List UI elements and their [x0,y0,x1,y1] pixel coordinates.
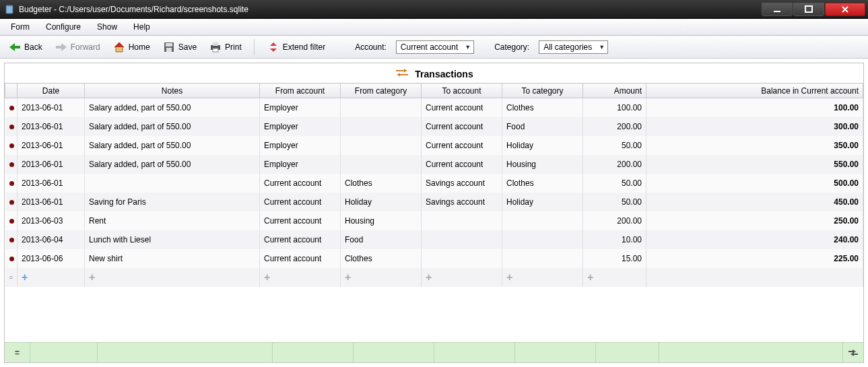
cell-to-account[interactable] [422,230,502,249]
cell-to-category[interactable] [502,249,583,268]
cell-date[interactable]: 2013-06-01 [18,193,85,211]
cell-from-account[interactable]: Current account [260,174,341,193]
cell-date[interactable]: 2013-06-01 [18,98,85,117]
account-select[interactable]: Current account ▼ [396,40,474,54]
add-date[interactable]: + [18,268,85,287]
maximize-button[interactable] [793,3,824,16]
col-date[interactable]: Date [18,84,85,98]
cell-to-account[interactable]: Current account [422,117,502,136]
cell-from-account[interactable]: Current account [260,193,341,211]
cell-from-category[interactable]: Clothes [341,249,422,268]
cell-from-category[interactable] [341,117,422,136]
col-bullet[interactable] [5,84,18,98]
menu-form[interactable]: Form [4,20,36,34]
cell-from-account[interactable]: Current account [260,230,341,249]
cell-amount[interactable]: 200.00 [583,155,646,174]
home-button[interactable]: Home [110,39,153,55]
cell-date[interactable]: 2013-06-04 [18,230,85,249]
table-row[interactable]: 2013-06-01Salary added, part of 550.00Em… [5,136,863,155]
cell-from-category[interactable] [341,136,422,155]
cell-from-account[interactable]: Employer [260,136,341,155]
cell-from-category[interactable] [341,155,422,174]
cell-date[interactable]: 2013-06-01 [18,155,85,174]
cell-from-account[interactable]: Employer [260,117,341,136]
table-row[interactable]: 2013-06-01Salary added, part of 550.00Em… [5,155,863,174]
cell-from-account[interactable]: Employer [260,98,341,117]
cell-amount[interactable]: 50.00 [583,174,646,193]
add-notes[interactable]: + [85,268,260,287]
category-select[interactable]: All categories ▼ [539,40,608,54]
col-to-account[interactable]: To account [422,84,502,98]
col-balance[interactable]: Balance in Current account [646,84,863,98]
forward-button[interactable]: Forward [52,39,103,55]
cell-from-account[interactable]: Current account [260,211,341,230]
cell-to-category[interactable]: Clothes [502,174,583,193]
add-row[interactable]: ◦+++++++ [5,268,863,287]
cell-to-category[interactable] [502,230,583,249]
table-row[interactable]: 2013-06-01Salary added, part of 550.00Em… [5,98,863,117]
cell-amount[interactable]: 200.00 [583,117,646,136]
minimize-button[interactable] [762,3,793,16]
cell-to-category[interactable]: Holiday [502,136,583,155]
save-button[interactable]: Save [160,39,199,55]
cell-notes[interactable] [85,174,260,193]
cell-amount[interactable]: 200.00 [583,211,646,230]
cell-amount[interactable]: 50.00 [583,136,646,155]
cell-to-account[interactable]: Current account [422,98,502,117]
back-button[interactable]: Back [5,39,45,55]
cell-from-category[interactable]: Clothes [341,174,422,193]
print-button[interactable]: Print [206,39,244,55]
cell-to-category[interactable]: Housing [502,155,583,174]
cell-date[interactable]: 2013-06-01 [18,117,85,136]
cell-notes[interactable]: Lunch with Liesel [85,230,260,249]
col-from-category[interactable]: From category [341,84,422,98]
cell-amount[interactable]: 10.00 [583,230,646,249]
table-row[interactable]: 2013-06-04Lunch with LieselCurrent accou… [5,230,863,249]
cell-notes[interactable]: New shirt [85,249,260,268]
cell-date[interactable]: 2013-06-06 [18,249,85,268]
cell-notes[interactable]: Saving for Paris [85,193,260,211]
collapse-icon[interactable] [843,349,863,356]
cell-date[interactable]: 2013-06-01 [18,136,85,155]
cell-amount[interactable]: 100.00 [583,98,646,117]
table-row[interactable]: 2013-06-01Salary added, part of 550.00Em… [5,117,863,136]
cell-from-category[interactable]: Food [341,230,422,249]
cell-to-category[interactable] [502,211,583,230]
cell-from-category[interactable]: Holiday [341,193,422,211]
extend-filter-button[interactable]: Extend filter [264,39,328,55]
cell-to-account[interactable] [422,211,502,230]
cell-to-category[interactable]: Clothes [502,98,583,117]
menu-show[interactable]: Show [90,20,124,34]
table-row[interactable]: 2013-06-03RentCurrent accountHousing200.… [5,211,863,230]
cell-from-category[interactable]: Housing [341,211,422,230]
menu-configure[interactable]: Configure [39,20,88,34]
menu-help[interactable]: Help [127,20,157,34]
cell-to-account[interactable]: Current account [422,136,502,155]
add-from-cat[interactable]: + [341,268,422,287]
cell-notes[interactable]: Salary added, part of 550.00 [85,117,260,136]
table-row[interactable]: 2013-06-01Current accountClothesSavings … [5,174,863,193]
cell-from-account[interactable]: Current account [260,249,341,268]
cell-notes[interactable]: Salary added, part of 550.00 [85,155,260,174]
add-from-acc[interactable]: + [260,268,341,287]
cell-from-category[interactable] [341,98,422,117]
cell-notes[interactable]: Salary added, part of 550.00 [85,136,260,155]
col-from-account[interactable]: From account [260,84,341,98]
cell-to-account[interactable]: Savings account [422,193,502,211]
col-to-category[interactable]: To category [502,84,583,98]
table-row[interactable]: 2013-06-01Saving for ParisCurrent accoun… [5,193,863,211]
cell-amount[interactable]: 15.00 [583,249,646,268]
add-to-acc[interactable]: + [422,268,502,287]
cell-to-account[interactable]: Savings account [422,174,502,193]
cell-to-account[interactable]: Current account [422,155,502,174]
col-amount[interactable]: Amount [583,84,646,98]
cell-to-category[interactable]: Food [502,117,583,136]
add-amount[interactable]: + [583,268,646,287]
add-to-cat[interactable]: + [502,268,583,287]
table-row[interactable]: 2013-06-06New shirtCurrent accountClothe… [5,249,863,268]
col-notes[interactable]: Notes [85,84,260,98]
cell-to-account[interactable] [422,249,502,268]
cell-from-account[interactable]: Employer [260,155,341,174]
cell-date[interactable]: 2013-06-03 [18,211,85,230]
cell-amount[interactable]: 50.00 [583,193,646,211]
